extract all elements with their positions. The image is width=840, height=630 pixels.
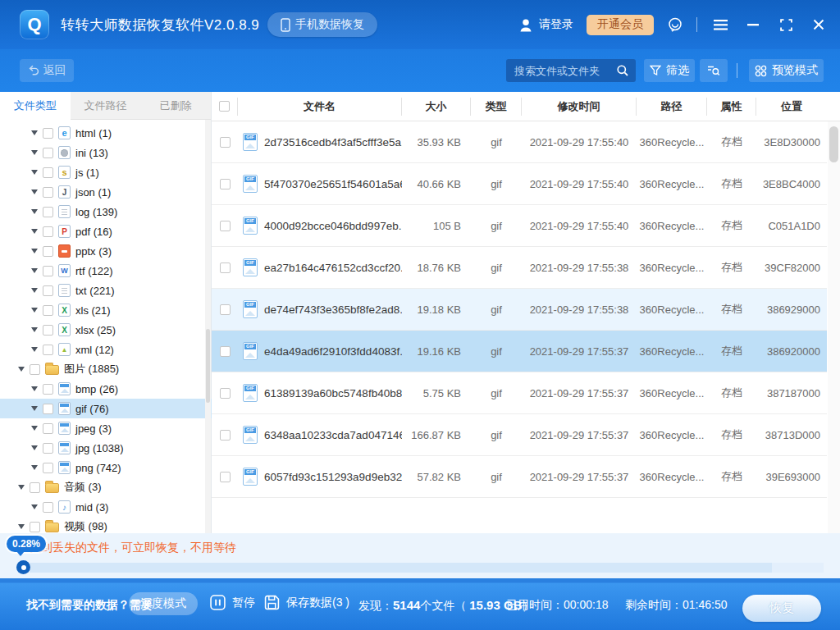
expander-triangle-icon[interactable] [31,209,38,214]
expander-triangle-icon[interactable] [18,485,25,490]
customer-service-icon[interactable] [667,16,683,33]
file-type-tree-item[interactable]: log (139) [0,202,212,221]
back-button[interactable]: 返回 [20,59,74,82]
file-type-tree-item[interactable]: jpeg (3) [0,418,212,438]
expander-triangle-icon[interactable] [31,406,38,411]
login-button[interactable]: 请登录 [518,17,573,32]
file-type-tree-item[interactable]: 图片 (1885) [0,359,212,379]
expander-triangle-icon[interactable] [31,288,38,293]
expander-triangle-icon[interactable] [31,445,38,450]
file-type-tree-item[interactable]: 视频 (98) [0,517,212,533]
row-checkbox[interactable] [220,304,231,315]
tree-item-checkbox[interactable] [43,128,53,139]
column-header-attribute[interactable]: 属性 [707,98,756,116]
file-type-tree-item[interactable]: html (1) [0,123,212,143]
file-type-tree-item[interactable]: pdf (16) [0,221,212,241]
scan-progress-track[interactable] [30,563,824,573]
row-checkbox[interactable] [220,179,231,189]
progress-knob[interactable] [16,560,30,574]
select-all-checkbox[interactable] [219,101,230,112]
tree-item-checkbox[interactable] [43,305,53,316]
file-type-tree-item[interactable]: xlsx (25) [0,320,212,340]
expander-triangle-icon[interactable] [31,249,38,253]
tree-item-checkbox[interactable] [43,226,53,237]
menu-button[interactable] [710,15,730,34]
column-header-filename[interactable]: 文件名 [238,98,402,116]
expander-triangle-icon[interactable] [31,426,38,431]
expander-triangle-icon[interactable] [18,524,25,529]
column-header-modified[interactable]: 修改时间 [522,98,637,116]
table-scrollbar-thumb[interactable] [829,126,838,162]
table-scrollbar[interactable] [828,121,840,533]
tree-item-checkbox[interactable] [43,246,53,257]
expander-triangle-icon[interactable] [31,229,38,234]
close-button[interactable] [809,15,829,34]
file-type-tree-item[interactable]: rtf (122) [0,261,212,281]
pause-button[interactable]: 暂停 [210,595,255,610]
expander-triangle-icon[interactable] [31,347,38,352]
row-checkbox[interactable] [220,388,231,399]
preview-mode-button[interactable]: 预览模式 [749,59,824,82]
filter-button[interactable]: 筛选 [644,59,695,82]
tab-file-type[interactable]: 文件类型 [0,92,71,120]
expander-triangle-icon[interactable] [31,189,38,194]
table-row[interactable]: 4000d92bcce046bdd997eb... 105 B gif 2021… [212,205,827,247]
tree-item-checkbox[interactable] [43,443,53,454]
expander-triangle-icon[interactable] [31,308,38,313]
tree-item-checkbox[interactable] [43,266,53,276]
minimize-button[interactable] [743,15,763,34]
expander-triangle-icon[interactable] [31,465,38,470]
expander-triangle-icon[interactable] [31,386,38,391]
table-row[interactable]: 6057fd93c151293a9d9eb32... 57.82 KB gif … [212,456,827,498]
file-type-tree-item[interactable]: xml (12) [0,340,212,359]
column-header-path[interactable]: 路径 [637,98,707,116]
file-type-tree-item[interactable]: jpg (1038) [0,438,212,458]
tree-item-checkbox[interactable] [43,207,53,217]
tree-item-checkbox[interactable] [43,384,53,395]
tree-item-checkbox[interactable] [43,345,53,355]
file-type-tree-item[interactable]: pptx (3) [0,241,212,261]
sidebar-scrollbar-thumb[interactable] [206,329,210,403]
row-checkbox[interactable] [220,221,231,231]
phone-data-recovery-button[interactable]: 手机数据恢复 [267,12,377,37]
deep-mode-button[interactable]: 深度模式 [129,592,198,615]
file-type-tree-item[interactable]: png (742) [0,458,212,477]
table-row[interactable]: 5f470370e25651f54601a5a6... 40.66 KB gif… [212,163,827,205]
file-type-tree-item[interactable]: js (1) [0,162,212,182]
expander-triangle-icon[interactable] [31,327,38,332]
sidebar-scrollbar[interactable] [205,120,211,533]
search-input[interactable] [506,59,619,82]
tree-item-checkbox[interactable] [43,148,53,158]
tree-item-checkbox[interactable] [43,325,53,336]
row-checkbox[interactable] [220,430,231,441]
table-row[interactable]: 2d73516cedb4f3af5cfff3e5a... 35.93 KB gi… [212,121,827,163]
row-checkbox[interactable] [220,262,231,273]
tree-item-checkbox[interactable] [43,285,53,296]
save-data-button[interactable]: 保存数据(3 ) [264,595,349,610]
file-type-tree-item[interactable]: gif (76) [0,399,212,418]
file-type-tree-item[interactable]: 音频 (3) [0,477,212,497]
row-checkbox[interactable] [220,137,231,148]
file-type-tree-item[interactable]: ini (13) [0,143,212,162]
expander-triangle-icon[interactable] [31,504,38,509]
row-checkbox[interactable] [220,346,231,357]
file-type-tree-item[interactable]: txt (221) [0,281,212,300]
expander-triangle-icon[interactable] [18,367,25,372]
search-in-results-button[interactable] [700,59,728,82]
table-row[interactable]: ea27b164c476152cd3ccf20... 18.76 KB gif … [212,247,827,289]
maximize-button[interactable] [776,15,796,34]
tree-item-checkbox[interactable] [43,167,53,178]
recover-button[interactable]: 恢复 [742,595,821,622]
expander-triangle-icon[interactable] [31,150,38,155]
expander-triangle-icon[interactable] [31,170,38,175]
tree-item-checkbox[interactable] [43,423,53,434]
expander-triangle-icon[interactable] [31,130,38,135]
tree-item-checkbox[interactable] [43,502,53,513]
column-header-size[interactable]: 大小 [402,98,471,116]
tab-file-path[interactable]: 文件路径 [71,92,141,119]
file-type-tree-item[interactable]: json (1) [0,182,212,202]
table-row[interactable]: de74ef743f3e365bf8fe2ad8... 19.18 KB gif… [212,289,827,331]
file-type-tree-item[interactable]: xls (21) [0,300,212,320]
column-header-type[interactable]: 类型 [471,98,522,116]
tree-item-checkbox[interactable] [43,463,53,473]
